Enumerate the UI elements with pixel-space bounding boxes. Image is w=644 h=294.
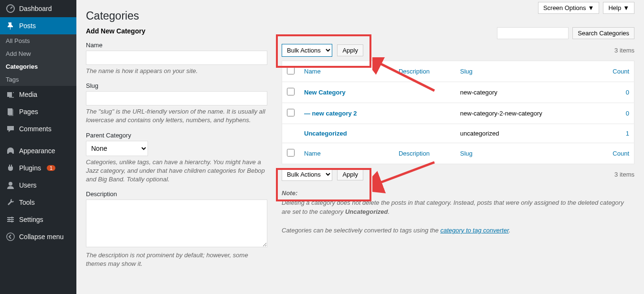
main-content: Screen Options ▼ Help ▼ Categories Add N… [76,0,644,275]
col-description: Description [394,61,455,82]
row-checkbox[interactable] [287,109,295,116]
apply-button-top[interactable]: Apply [337,44,363,56]
col-count: Count [594,143,634,164]
slug-input[interactable] [86,91,267,105]
svg-rect-9 [9,219,10,220]
svg-point-11 [7,233,14,241]
svg-rect-1 [7,92,12,97]
pages-icon [6,107,15,116]
apply-button-bottom[interactable]: Apply [337,168,363,180]
table-row: Uncategorized uncategorized 1 [282,124,634,143]
help-button[interactable]: Help ▼ [603,2,634,14]
sidebar-item-dashboard[interactable]: Dashboard [0,0,76,17]
sidebar-item-plugins[interactable]: Plugins 1 [0,159,76,177]
sidebar-label: Dashboard [19,5,52,12]
sidebar-item-comments[interactable]: Comments [0,120,76,137]
sidebar-item-pages[interactable]: Pages [0,103,76,120]
sidebar-item-settings[interactable]: Settings [0,211,76,228]
select-all-top[interactable] [287,67,295,74]
settings-icon [6,215,15,224]
sidebar-label: Collapse menu [19,233,63,241]
col-description: Description [394,143,455,164]
svg-rect-7 [7,221,14,222]
category-slug: uncategorized [455,124,594,143]
dashboard-icon [6,4,15,13]
svg-rect-5 [7,217,14,218]
category-name-link[interactable]: Uncategorized [304,130,347,137]
sidebar-label: Comments [19,125,52,133]
comments-icon [6,124,15,134]
plugins-badge: 1 [47,165,55,171]
parent-select[interactable]: None [86,141,148,156]
desc-textarea[interactable] [86,200,267,247]
sidebar-label: Settings [19,216,43,223]
parent-help: Categories, unlike tags, can have a hier… [86,158,267,184]
row-checkbox[interactable] [287,88,295,95]
category-to-tag-link[interactable]: category to tag converter [440,227,508,234]
name-input[interactable] [86,51,267,65]
slug-help: The "slug" is the URL-friendly version o… [86,107,267,125]
col-name: Name [299,143,394,164]
category-count-link[interactable]: 1 [626,130,629,137]
category-slug: new-category-2-new-category [455,103,594,124]
category-count-link[interactable]: 0 [626,110,629,117]
sidebar-sub-tags[interactable]: Tags [0,73,76,86]
caret-down-icon: ▼ [623,4,629,11]
pin-icon [6,21,15,31]
items-count-top: 3 items [614,47,634,54]
table-row: — new category 2 new-category-2-new-cate… [282,103,634,124]
sidebar-collapse[interactable]: Collapse menu [0,228,76,245]
collapse-icon [6,232,15,242]
col-slug: Slug [455,143,594,164]
sidebar-label: Pages [19,108,38,116]
search-input[interactable] [497,27,569,39]
screen-options-button[interactable]: Screen Options ▼ [538,2,599,14]
col-count: Count [594,61,634,82]
category-count-link[interactable]: 0 [626,89,629,96]
sidebar-label: Media [19,91,37,98]
name-label: Name [86,42,267,49]
sidebar-submenu-posts: All Posts Add New Categories Tags [0,34,76,86]
table-row: New Category new-category 0 [282,82,634,103]
sidebar-item-tools[interactable]: Tools [0,194,76,211]
categories-table: Name Description Slug Count New Category… [282,61,634,164]
sidebar-sub-all-posts[interactable]: All Posts [0,34,76,47]
sidebar-item-posts[interactable]: Posts [0,17,76,34]
sidebar-item-media[interactable]: Media [0,86,76,103]
sidebar-label: Appearance [19,147,55,155]
svg-rect-6 [7,219,14,220]
add-heading: Add New Category [86,27,267,35]
media-icon [6,90,15,99]
sidebar-label: Users [19,181,37,189]
sidebar-item-appearance[interactable]: Appearance [0,142,76,159]
category-description [394,103,455,124]
plugins-icon [6,163,15,173]
appearance-icon [6,146,15,156]
top-buttons: Screen Options ▼ Help ▼ [538,2,634,14]
sidebar-label: Plugins [19,164,41,172]
svg-point-4 [9,182,12,186]
desc-help: The description is not prominent by defa… [86,251,267,268]
users-icon [6,180,15,190]
svg-rect-3 [9,109,13,116]
admin-sidebar: Dashboard Posts All Posts Add New Catego… [0,0,76,294]
svg-rect-10 [11,220,12,222]
col-name: Name [299,61,394,82]
select-all-bottom[interactable] [287,149,295,157]
category-list-panel: Search Categories Bulk Actions Apply 3 i… [282,27,634,275]
category-name-link[interactable]: — new category 2 [304,110,357,117]
sidebar-item-users[interactable]: Users [0,177,76,194]
category-slug: new-category [455,82,594,103]
category-description [394,82,455,103]
bulk-actions-select-top[interactable]: Bulk Actions [282,44,332,57]
sidebar-label: Posts [19,22,36,30]
category-description [394,124,455,143]
bulk-actions-select-bottom[interactable]: Bulk Actions [282,168,332,181]
search-categories-button[interactable]: Search Categories [572,27,634,39]
sidebar-sub-categories[interactable]: Categories [0,60,76,73]
sidebar-sub-add-new[interactable]: Add New [0,47,76,60]
note-label: Note: [282,189,297,197]
items-count-bottom: 3 items [614,171,634,178]
col-slug: Slug [455,61,594,82]
category-name-link[interactable]: New Category [304,89,346,96]
